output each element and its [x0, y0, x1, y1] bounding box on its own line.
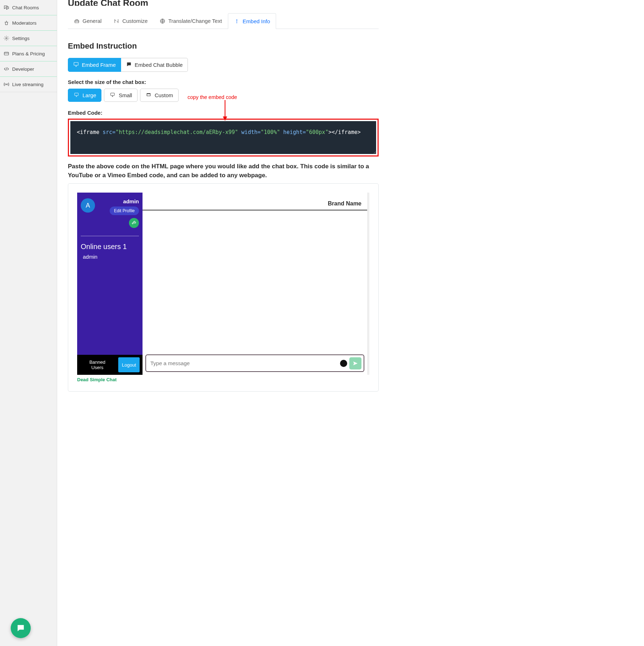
tab-translate[interactable]: Translate/Change Text [154, 13, 228, 29]
sidebar-item-label: Live streaming [12, 82, 44, 87]
sidebar-item-settings[interactable]: Settings [0, 31, 57, 46]
edit-profile-button[interactable]: Edit Profile [110, 207, 139, 215]
sidebar-item-label: Chat Rooms [12, 5, 39, 10]
svg-rect-6 [75, 93, 79, 95]
chat-frame: A admin Edit Profile Online users 1 admi… [77, 193, 369, 375]
send-button[interactable] [349, 357, 361, 369]
size-label: Select the size of the chat box: [68, 79, 379, 85]
banned-users-button[interactable]: Banned Users [80, 357, 115, 372]
chat-messages-area [143, 210, 367, 354]
chat-input-box [145, 354, 364, 372]
sidebar-item-plans[interactable]: Plans & Pricing [0, 46, 57, 61]
chat-message-input[interactable] [148, 357, 338, 370]
button-label: Embed Frame [82, 62, 116, 68]
svg-rect-9 [147, 94, 150, 96]
sidebar: Chat Rooms Moderators Settings Plans & P… [0, 0, 57, 646]
chat-sidebar-footer: Banned Users Logout [77, 355, 143, 375]
svg-point-2 [6, 84, 7, 85]
size-large-button[interactable]: Large [68, 89, 101, 102]
tab-label: General [83, 18, 101, 24]
page-title: Update Chat Room [68, 0, 379, 6]
chat-main: Brand Name [143, 193, 367, 375]
emoji-icon[interactable] [340, 360, 347, 367]
monitor-icon [109, 92, 116, 98]
avatar-letter: A [86, 202, 90, 209]
chat-sidebar: A admin Edit Profile Online users 1 admi… [77, 193, 143, 375]
embed-frame-button[interactable]: Embed Frame [68, 58, 121, 72]
chat-brand-title: Brand Name [143, 193, 367, 210]
sidebar-item-label: Moderators [12, 20, 36, 26]
translate-icon [160, 18, 165, 24]
divider [81, 236, 139, 236]
embed-instruction-text: Paste the above code on the HTML page wh… [68, 162, 379, 180]
help-fab[interactable] [11, 618, 31, 638]
tools-icon[interactable] [129, 218, 139, 228]
button-label: Small [119, 92, 132, 98]
sidebar-item-label: Settings [12, 36, 30, 41]
customize-icon [114, 18, 119, 24]
tab-label: Embed Info [243, 18, 270, 24]
embed-mode-group: Embed Frame Embed Chat Bubble [68, 58, 188, 72]
moderators-icon [4, 20, 9, 26]
embed-code-box: <iframe src="https://deadsimplechat.com/… [68, 119, 379, 156]
monitor-icon [73, 92, 80, 98]
sidebar-item-moderators[interactable]: Moderators [0, 15, 57, 31]
tab-customize[interactable]: Customize [108, 13, 154, 29]
tab-label: Translate/Change Text [168, 18, 222, 24]
sidebar-item-label: Developer [12, 66, 34, 72]
sidebar-item-live[interactable]: Live streaming [0, 77, 57, 92]
plans-icon [4, 51, 9, 56]
brand-link[interactable]: Dead Simple Chat [77, 377, 369, 382]
svg-rect-1 [4, 52, 9, 55]
embed-code-textarea[interactable]: <iframe src="https://deadsimplechat.com/… [70, 121, 376, 154]
tab-embed-info[interactable]: Embed Info [228, 13, 276, 29]
online-user-item: admin [77, 251, 143, 260]
chat-rooms-icon [4, 5, 9, 10]
svg-rect-5 [74, 63, 78, 65]
sidebar-item-developer[interactable]: Developer [0, 61, 57, 77]
live-icon [4, 81, 9, 87]
info-icon [234, 19, 240, 24]
size-small-button[interactable]: Small [104, 89, 138, 102]
chat-username: admin [99, 198, 139, 204]
developer-icon [4, 66, 9, 72]
online-users-heading: Online users 1 [77, 243, 143, 251]
sidebar-item-label: Plans & Pricing [12, 51, 45, 56]
tabs: General Customize Translate/Change Text … [68, 13, 379, 29]
sidebar-item-chat-rooms[interactable]: Chat Rooms [0, 0, 57, 15]
embed-instruction-heading: Embed Instruction [68, 41, 379, 51]
size-group: Large Small Custom [68, 89, 181, 102]
svg-rect-7 [111, 93, 115, 95]
annotation-text: copy the embed code [188, 94, 237, 100]
svg-point-4 [236, 20, 237, 20]
svg-point-0 [6, 38, 7, 39]
logout-button[interactable]: Logout [118, 357, 140, 372]
tab-general[interactable]: General [68, 13, 108, 29]
tab-label: Customize [122, 18, 148, 24]
main-content: Update Chat Room General Customize Trans… [57, 0, 386, 646]
size-custom-button[interactable]: Custom [140, 89, 179, 102]
toolbox-icon [74, 18, 80, 24]
button-label: Embed Chat Bubble [135, 62, 183, 68]
window-icon [145, 92, 152, 98]
button-label: Large [83, 92, 96, 98]
avatar: A [81, 198, 95, 213]
button-label: Custom [155, 92, 173, 98]
chat-bubble-icon [126, 61, 132, 68]
chat-preview-card: A admin Edit Profile Online users 1 admi… [68, 183, 379, 392]
settings-icon [4, 35, 9, 41]
embed-bubble-button[interactable]: Embed Chat Bubble [121, 58, 188, 72]
monitor-icon [73, 61, 79, 68]
